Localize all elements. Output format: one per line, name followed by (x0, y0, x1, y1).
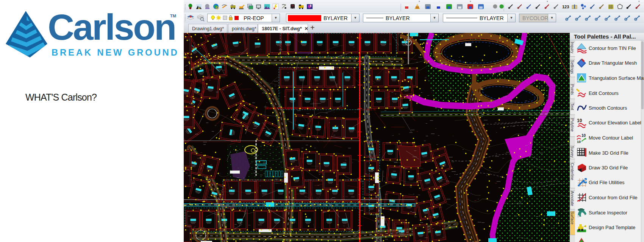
svg-text:BREAK NEW GROUND: BREAK NEW GROUND (52, 47, 179, 57)
svg-text:123: 123 (562, 5, 569, 9)
svg-text:10: 10 (581, 133, 586, 138)
svg-text:no. 18017E: no. 18017E (361, 108, 376, 111)
svg-text:10: 10 (577, 118, 582, 123)
svg-text:10: 10 (577, 140, 581, 143)
